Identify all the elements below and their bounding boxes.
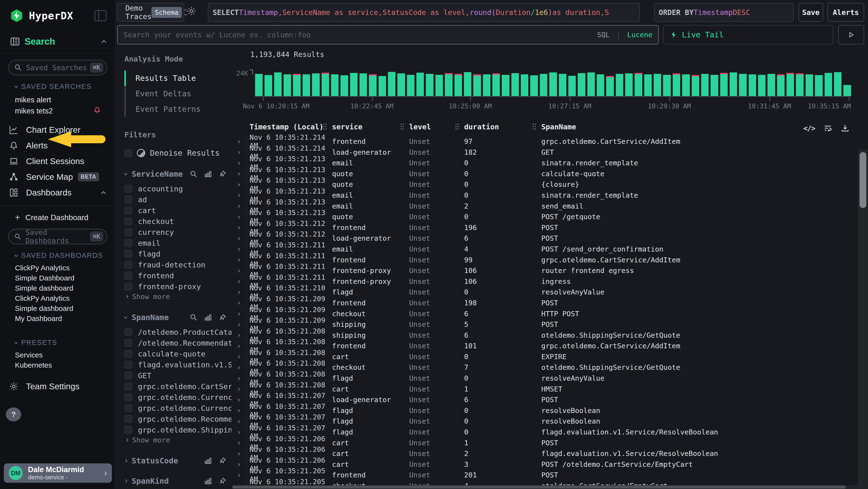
saved-dashboard-item[interactable]: Simple dashboard	[15, 304, 115, 314]
pin-icon[interactable]	[218, 457, 227, 465]
saved-searches-section[interactable]: SAVED SEARCHES	[15, 83, 115, 90]
preset-item[interactable]: Kubernetes	[15, 360, 115, 370]
analysis-mode-event-deltas[interactable]: Event Deltas	[124, 86, 227, 102]
histogram-bar[interactable]	[616, 74, 623, 96]
histogram-bar[interactable]	[634, 73, 642, 96]
denoise-results-checkbox[interactable]: Denoise Results	[124, 148, 227, 158]
histogram-bar[interactable]	[512, 73, 519, 96]
histogram-bar[interactable]	[568, 76, 576, 96]
vertical-scrollbar[interactable]	[858, 150, 868, 489]
sidebar-item-service-map[interactable]: Service Map BETA	[0, 169, 115, 185]
live-tail-button[interactable]: Live Tail	[663, 25, 833, 45]
scrollbar-thumb[interactable]	[232, 486, 846, 489]
filter-checkbox-grpc-oteldemo-cartservi-[interactable]: grpc.oteldemo.CartServi…	[124, 381, 227, 392]
histogram-bar[interactable]	[350, 73, 358, 96]
histogram-bar[interactable]	[673, 74, 680, 96]
search-icon[interactable]	[189, 313, 198, 321]
histogram-bar[interactable]	[711, 75, 718, 96]
saved-search-item[interactable]: mikes alert	[15, 94, 115, 106]
analysis-mode-event-patterns[interactable]: Event Patterns	[124, 102, 227, 117]
histogram-bar[interactable]	[701, 74, 709, 96]
column-header-timestamp-local-[interactable]: Timestamp (Local)	[250, 123, 332, 131]
table-row[interactable]: ›Nov 6 10:35:21.206 AMcartUnset1POST	[231, 435, 849, 445]
histogram-bar[interactable]	[426, 74, 433, 96]
histogram-bar[interactable]	[407, 75, 414, 96]
filter-checkbox-calculate-quote[interactable]: calculate-quote	[124, 348, 227, 359]
histogram-bar[interactable]	[815, 75, 823, 96]
saved-dashboard-item[interactable]: ClickPy Analytics	[15, 263, 115, 273]
table-row[interactable]: ›Nov 6 10:35:21.208 AMcartUnset0EXPIRE	[231, 348, 849, 359]
histogram-bar[interactable]	[388, 72, 396, 96]
histogram-bar[interactable]	[786, 73, 794, 96]
histogram-bar[interactable]	[502, 75, 509, 96]
table-row[interactable]: ›Nov 6 10:35:21.211 AMemailUnset4POST /s…	[231, 241, 849, 252]
table-row[interactable]: ›Nov 6 10:35:21.210 AMflagdUnset0resolve…	[231, 284, 849, 295]
sidebar-collapse-icon[interactable]	[94, 10, 106, 21]
histogram-bar[interactable]	[730, 73, 737, 96]
presets-section[interactable]: PRESETS	[15, 339, 115, 347]
filter-checkbox-grpc-oteldemo-shippings-[interactable]: grpc.oteldemo.ShippingS…	[124, 425, 227, 435]
select-query-editor[interactable]: SELECT Timestamp, ServiceName as service…	[208, 3, 640, 22]
filter-checkbox-ad[interactable]: ad	[124, 194, 227, 205]
preset-item[interactable]: Services	[15, 350, 115, 360]
table-row[interactable]: ›Nov 6 10:35:21.214 AMfrontendUnset97grp…	[231, 133, 849, 144]
histogram-bar[interactable]	[578, 73, 585, 96]
histogram-bar[interactable]	[473, 74, 481, 96]
saved-dashboard-item[interactable]: My Dashboard	[15, 314, 115, 324]
histogram-bar[interactable]	[825, 73, 832, 96]
histogram-bar[interactable]	[692, 75, 699, 96]
show-more-services[interactable]: Show more	[125, 292, 227, 302]
table-row[interactable]: ›Nov 6 10:35:21.206 AMcartUnset2flagd.ev…	[231, 445, 849, 456]
histogram-bar[interactable]	[360, 74, 367, 96]
alerts-button[interactable]: Alerts	[828, 3, 864, 22]
histogram-bar[interactable]	[806, 74, 813, 96]
sidebar-item-dashboards[interactable]: Dashboards	[0, 185, 115, 200]
histogram-bar[interactable]	[483, 74, 490, 96]
column-header-spanname[interactable]: SpanName	[541, 123, 849, 131]
filter-checkbox-email[interactable]: email	[124, 238, 227, 248]
table-row[interactable]: ›Nov 6 10:35:21.206 AMcartUnset3POST /ot…	[231, 456, 849, 467]
histogram-bar[interactable]	[274, 73, 282, 96]
histogram-bar[interactable]	[492, 74, 500, 96]
filter-group-header[interactable]: SpanName	[124, 313, 227, 322]
run-query-button[interactable]	[838, 25, 864, 45]
filter-checkbox-frontend[interactable]: frontend	[124, 270, 227, 281]
filter-checkbox-grpc-oteldemo-currencys-[interactable]: grpc.oteldemo.CurrencyS…	[124, 392, 227, 402]
table-row[interactable]: ›Nov 6 10:35:21.207 AMflagdUnset0resolve…	[231, 402, 849, 413]
help-button[interactable]: ?	[6, 407, 21, 422]
histogram-bar[interactable]	[749, 74, 756, 96]
table-row[interactable]: ›Nov 6 10:35:21.209 AMfrontendUnset198PO…	[231, 295, 849, 306]
table-row[interactable]: ›Nov 6 10:35:21.211 AMfrontendUnset99grp…	[231, 252, 849, 263]
bar-chart-icon[interactable]	[204, 313, 212, 321]
table-row[interactable]: ›Nov 6 10:35:21.213 AMquoteUnset0POST /g…	[231, 208, 849, 220]
table-row[interactable]: ›Nov 6 10:35:21.213 AMemailUnset2send_em…	[231, 198, 849, 209]
filter-checkbox-checkout[interactable]: checkout	[124, 216, 227, 226]
drag-handle-icon[interactable]	[456, 123, 459, 130]
filter-checkbox-frontend-proxy[interactable]: frontend-proxy	[124, 281, 227, 292]
filter-checkbox-cart[interactable]: cart	[124, 205, 227, 215]
histogram-bar[interactable]	[378, 76, 386, 96]
histogram-bar[interactable]	[777, 74, 784, 96]
table-row[interactable]: ›Nov 6 10:35:21.212 AMfrontendUnset196PO…	[231, 220, 849, 230]
pin-icon[interactable]	[218, 313, 227, 321]
histogram-bar[interactable]	[625, 74, 633, 96]
expand-row-icon[interactable]: ›	[231, 482, 250, 485]
histogram-bar[interactable]	[303, 74, 310, 96]
histogram-bar[interactable]	[435, 75, 443, 96]
filter-checkbox--oteldemo-recommendatio-[interactable]: /oteldemo.Recommendatio…	[124, 338, 227, 348]
pin-icon[interactable]	[218, 477, 227, 485]
histogram-bar[interactable]	[455, 74, 462, 96]
source-select[interactable]: Demo Traces Schema	[117, 3, 184, 22]
table-row[interactable]: ›Nov 6 10:35:21.213 AMemailUnset0sinatra…	[231, 155, 849, 166]
table-row[interactable]: ›Nov 6 10:35:21.208 AMflagdUnset0resolve…	[231, 370, 849, 381]
histogram-bar[interactable]	[796, 74, 803, 96]
histogram-bar[interactable]	[540, 74, 547, 96]
histogram-bar[interactable]	[283, 74, 291, 96]
source-settings-button[interactable]	[186, 6, 197, 17]
filter-checkbox-flagd-evaluation-v1-ser-[interactable]: flagd.evaluation.v1.Ser…	[124, 359, 227, 370]
filter-checkbox-flagd[interactable]: flagd	[124, 249, 227, 259]
saved-search-item[interactable]: mikes tets2	[15, 106, 115, 117]
saved-dashboard-item[interactable]: Simple Dashboard	[15, 273, 115, 283]
histogram-bar[interactable]	[768, 74, 775, 96]
saved-dashboard-item[interactable]: ClickPy Analytics	[15, 293, 115, 304]
